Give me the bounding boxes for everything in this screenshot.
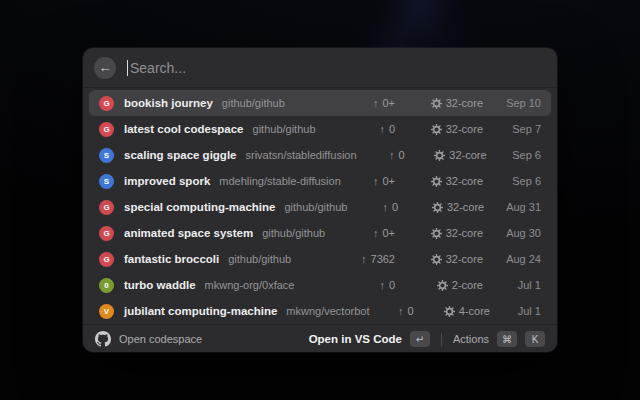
uncommitted-changes: ↑ 0: [343, 279, 395, 291]
text-caret: [127, 60, 128, 76]
codespace-name: fantastic broccoli: [124, 253, 219, 265]
upload-arrow-icon: ↑: [379, 279, 385, 291]
footer-divider: [441, 333, 442, 346]
gear-icon: [434, 150, 445, 161]
last-used-date: Sep 6: [495, 175, 541, 187]
gear-icon: [437, 280, 448, 291]
codespace-name: animated space system: [124, 227, 253, 239]
codespace-row-3[interactable]: S scaling space giggle srivatsn/stabledi…: [89, 142, 551, 168]
uncommitted-changes: ↑ 0+: [343, 97, 395, 109]
repo-name: srivatsn/stablediffusion: [245, 149, 356, 161]
codespace-name: improved spork: [124, 175, 210, 187]
last-used-date: Sep 10: [495, 97, 541, 109]
machine-spec: 32-core: [407, 175, 483, 187]
uncommitted-changes: ↑ 0: [357, 149, 405, 161]
gear-icon: [431, 254, 442, 265]
codespace-row-7[interactable]: G fantastic broccoli github/github ↑ 736…: [89, 246, 551, 272]
machine-type: 4-core: [459, 305, 490, 317]
codespace-name: turbo waddle: [124, 279, 196, 291]
machine-spec: 32-core: [407, 227, 483, 239]
repo-name: mkwng/vectorbot: [286, 305, 369, 317]
machine-type: 32-core: [446, 253, 483, 265]
repo-avatar: 0: [99, 278, 114, 293]
github-logo-icon: [95, 331, 111, 347]
machine-spec: 32-core: [417, 149, 487, 161]
open-codespace-label: Open codespace: [119, 333, 202, 345]
repo-name: github/github: [228, 253, 291, 265]
uncommitted-changes: ↑ 0: [370, 305, 414, 317]
machine-spec: 4-core: [426, 305, 490, 317]
last-used-date: Sep 6: [499, 149, 541, 161]
repo-avatar: G: [99, 226, 114, 241]
upload-arrow-icon: ↑: [373, 175, 379, 187]
machine-spec: 32-core: [407, 97, 483, 109]
gear-icon: [432, 202, 443, 213]
last-used-date: Aug 30: [495, 227, 541, 239]
repo-avatar: S: [99, 148, 114, 163]
machine-spec: 32-core: [410, 201, 484, 213]
footer-actions: Open in VS Code ↵ Actions ⌘ K: [309, 331, 545, 347]
upload-arrow-icon: ↑: [398, 305, 404, 317]
codespaces-command-palette: ← Search... G bookish journey github/git…: [83, 48, 557, 352]
open-in-vscode-button[interactable]: Open in VS Code: [309, 333, 402, 345]
repo-name: github/github: [253, 123, 316, 135]
uncommitted-changes: ↑ 0+: [343, 175, 395, 187]
last-used-date: Jul 1: [495, 279, 541, 291]
repo-name: github/github: [284, 201, 347, 213]
upload-arrow-icon: ↑: [361, 253, 367, 265]
open-codespace-action[interactable]: Open codespace: [95, 331, 202, 347]
desktop-wallpaper: ← Search... G bookish journey github/git…: [0, 0, 640, 400]
repo-avatar: G: [99, 122, 114, 137]
repo-avatar: G: [99, 252, 114, 267]
gear-icon: [431, 98, 442, 109]
changes-count: 0: [398, 149, 404, 161]
machine-type: 32-core: [446, 97, 483, 109]
changes-count: 7362: [371, 253, 395, 265]
repo-avatar: G: [99, 200, 114, 215]
search-header: ← Search...: [83, 48, 557, 88]
footer-bar: Open codespace Open in VS Code ↵ Actions…: [83, 324, 557, 353]
gear-icon: [431, 124, 442, 135]
cmd-key-badge: ⌘: [497, 331, 517, 347]
machine-spec: 2-core: [407, 279, 483, 291]
codespace-row-4[interactable]: S improved spork mdehling/stable-diffusi…: [89, 168, 551, 194]
back-button[interactable]: ←: [94, 57, 116, 79]
machine-spec: 32-core: [407, 123, 483, 135]
uncommitted-changes: ↑ 0: [347, 201, 398, 213]
codespace-name: special computing-machine: [124, 201, 275, 213]
repo-name: github/github: [262, 227, 325, 239]
last-used-date: Aug 24: [495, 253, 541, 265]
repo-avatar: G: [99, 96, 114, 111]
codespace-row-9[interactable]: V jubilant computing-machine mkwng/vecto…: [89, 298, 551, 324]
changes-count: 0: [389, 123, 395, 135]
repo-avatar: V: [99, 304, 114, 319]
gear-icon: [431, 228, 442, 239]
actions-button[interactable]: Actions: [453, 333, 489, 345]
last-used-date: Sep 7: [495, 123, 541, 135]
codespace-name: scaling space giggle: [124, 149, 236, 161]
machine-type: 32-core: [449, 149, 486, 161]
codespace-list: G bookish journey github/github ↑ 0+ 32-…: [83, 88, 557, 324]
machine-type: 32-core: [446, 175, 483, 187]
changes-count: 0+: [382, 175, 395, 187]
codespace-name: latest cool codespace: [124, 123, 244, 135]
repo-name: github/github: [222, 97, 285, 109]
machine-type: 2-core: [452, 279, 483, 291]
codespace-row-1[interactable]: G bookish journey github/github ↑ 0+ 32-…: [89, 90, 551, 116]
repo-avatar: S: [99, 174, 114, 189]
last-used-date: Aug 31: [496, 201, 541, 213]
changes-count: 0: [392, 201, 398, 213]
upload-arrow-icon: ↑: [389, 149, 395, 161]
changes-count: 0+: [382, 227, 395, 239]
codespace-row-2[interactable]: G latest cool codespace github/github ↑ …: [89, 116, 551, 142]
machine-type: 32-core: [446, 123, 483, 135]
upload-arrow-icon: ↑: [383, 201, 389, 213]
codespace-row-8[interactable]: 0 turbo waddle mkwng-org/0xface ↑ 0 2-co…: [89, 272, 551, 298]
search-input[interactable]: Search...: [130, 60, 546, 76]
codespace-row-5[interactable]: G special computing-machine github/githu…: [89, 194, 551, 220]
last-used-date: Jul 1: [502, 305, 541, 317]
codespace-row-6[interactable]: G animated space system github/github ↑ …: [89, 220, 551, 246]
back-arrow-icon: ←: [99, 60, 112, 75]
uncommitted-changes: ↑ 7362: [343, 253, 395, 265]
repo-name: mdehling/stable-diffusion: [219, 175, 340, 187]
